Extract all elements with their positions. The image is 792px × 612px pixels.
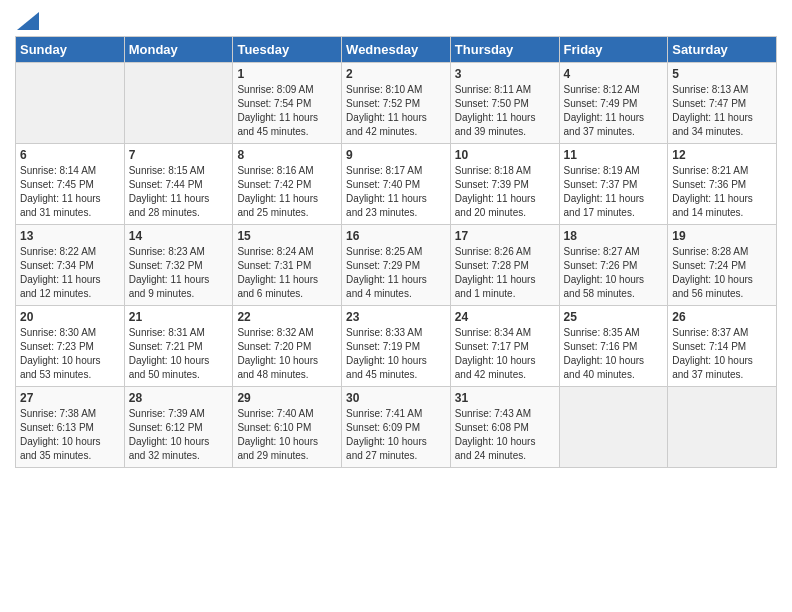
day-detail: Sunrise: 7:43 AMSunset: 6:08 PMDaylight:… bbox=[455, 407, 555, 463]
day-cell: 12Sunrise: 8:21 AMSunset: 7:36 PMDayligh… bbox=[668, 144, 777, 225]
day-number: 17 bbox=[455, 229, 555, 243]
day-detail: Sunrise: 8:12 AMSunset: 7:49 PMDaylight:… bbox=[564, 83, 664, 139]
day-cell: 16Sunrise: 8:25 AMSunset: 7:29 PMDayligh… bbox=[342, 225, 451, 306]
day-number: 25 bbox=[564, 310, 664, 324]
day-cell: 3Sunrise: 8:11 AMSunset: 7:50 PMDaylight… bbox=[450, 63, 559, 144]
day-cell: 6Sunrise: 8:14 AMSunset: 7:45 PMDaylight… bbox=[16, 144, 125, 225]
day-number: 23 bbox=[346, 310, 446, 324]
day-cell: 23Sunrise: 8:33 AMSunset: 7:19 PMDayligh… bbox=[342, 306, 451, 387]
day-cell: 30Sunrise: 7:41 AMSunset: 6:09 PMDayligh… bbox=[342, 387, 451, 468]
day-number: 21 bbox=[129, 310, 229, 324]
day-cell: 19Sunrise: 8:28 AMSunset: 7:24 PMDayligh… bbox=[668, 225, 777, 306]
week-row-2: 6Sunrise: 8:14 AMSunset: 7:45 PMDaylight… bbox=[16, 144, 777, 225]
day-number: 2 bbox=[346, 67, 446, 81]
day-detail: Sunrise: 8:23 AMSunset: 7:32 PMDaylight:… bbox=[129, 245, 229, 301]
day-header-thursday: Thursday bbox=[450, 37, 559, 63]
day-number: 28 bbox=[129, 391, 229, 405]
logo bbox=[15, 14, 39, 30]
day-cell: 9Sunrise: 8:17 AMSunset: 7:40 PMDaylight… bbox=[342, 144, 451, 225]
day-cell: 1Sunrise: 8:09 AMSunset: 7:54 PMDaylight… bbox=[233, 63, 342, 144]
day-number: 9 bbox=[346, 148, 446, 162]
day-number: 13 bbox=[20, 229, 120, 243]
day-cell: 25Sunrise: 8:35 AMSunset: 7:16 PMDayligh… bbox=[559, 306, 668, 387]
day-header-monday: Monday bbox=[124, 37, 233, 63]
day-detail: Sunrise: 7:38 AMSunset: 6:13 PMDaylight:… bbox=[20, 407, 120, 463]
day-detail: Sunrise: 8:22 AMSunset: 7:34 PMDaylight:… bbox=[20, 245, 120, 301]
day-cell: 21Sunrise: 8:31 AMSunset: 7:21 PMDayligh… bbox=[124, 306, 233, 387]
day-detail: Sunrise: 8:13 AMSunset: 7:47 PMDaylight:… bbox=[672, 83, 772, 139]
day-cell: 31Sunrise: 7:43 AMSunset: 6:08 PMDayligh… bbox=[450, 387, 559, 468]
day-cell: 17Sunrise: 8:26 AMSunset: 7:28 PMDayligh… bbox=[450, 225, 559, 306]
day-detail: Sunrise: 8:15 AMSunset: 7:44 PMDaylight:… bbox=[129, 164, 229, 220]
svg-marker-0 bbox=[17, 12, 39, 30]
day-number: 1 bbox=[237, 67, 337, 81]
logo-icon bbox=[17, 12, 39, 30]
day-cell: 10Sunrise: 8:18 AMSunset: 7:39 PMDayligh… bbox=[450, 144, 559, 225]
day-cell: 13Sunrise: 8:22 AMSunset: 7:34 PMDayligh… bbox=[16, 225, 125, 306]
day-detail: Sunrise: 8:32 AMSunset: 7:20 PMDaylight:… bbox=[237, 326, 337, 382]
day-header-sunday: Sunday bbox=[16, 37, 125, 63]
day-detail: Sunrise: 8:11 AMSunset: 7:50 PMDaylight:… bbox=[455, 83, 555, 139]
day-cell bbox=[16, 63, 125, 144]
day-detail: Sunrise: 8:27 AMSunset: 7:26 PMDaylight:… bbox=[564, 245, 664, 301]
day-detail: Sunrise: 8:18 AMSunset: 7:39 PMDaylight:… bbox=[455, 164, 555, 220]
day-number: 30 bbox=[346, 391, 446, 405]
day-number: 8 bbox=[237, 148, 337, 162]
day-cell bbox=[124, 63, 233, 144]
week-row-1: 1Sunrise: 8:09 AMSunset: 7:54 PMDaylight… bbox=[16, 63, 777, 144]
day-cell: 24Sunrise: 8:34 AMSunset: 7:17 PMDayligh… bbox=[450, 306, 559, 387]
day-cell: 26Sunrise: 8:37 AMSunset: 7:14 PMDayligh… bbox=[668, 306, 777, 387]
week-row-5: 27Sunrise: 7:38 AMSunset: 6:13 PMDayligh… bbox=[16, 387, 777, 468]
day-cell: 4Sunrise: 8:12 AMSunset: 7:49 PMDaylight… bbox=[559, 63, 668, 144]
day-detail: Sunrise: 8:26 AMSunset: 7:28 PMDaylight:… bbox=[455, 245, 555, 301]
day-number: 5 bbox=[672, 67, 772, 81]
day-header-tuesday: Tuesday bbox=[233, 37, 342, 63]
day-cell bbox=[668, 387, 777, 468]
day-detail: Sunrise: 8:19 AMSunset: 7:37 PMDaylight:… bbox=[564, 164, 664, 220]
day-number: 27 bbox=[20, 391, 120, 405]
day-cell: 27Sunrise: 7:38 AMSunset: 6:13 PMDayligh… bbox=[16, 387, 125, 468]
day-detail: Sunrise: 8:10 AMSunset: 7:52 PMDaylight:… bbox=[346, 83, 446, 139]
day-number: 22 bbox=[237, 310, 337, 324]
day-number: 4 bbox=[564, 67, 664, 81]
day-cell: 7Sunrise: 8:15 AMSunset: 7:44 PMDaylight… bbox=[124, 144, 233, 225]
day-detail: Sunrise: 8:34 AMSunset: 7:17 PMDaylight:… bbox=[455, 326, 555, 382]
day-number: 16 bbox=[346, 229, 446, 243]
day-detail: Sunrise: 7:40 AMSunset: 6:10 PMDaylight:… bbox=[237, 407, 337, 463]
day-cell: 8Sunrise: 8:16 AMSunset: 7:42 PMDaylight… bbox=[233, 144, 342, 225]
day-cell: 5Sunrise: 8:13 AMSunset: 7:47 PMDaylight… bbox=[668, 63, 777, 144]
day-number: 31 bbox=[455, 391, 555, 405]
day-number: 12 bbox=[672, 148, 772, 162]
day-cell: 11Sunrise: 8:19 AMSunset: 7:37 PMDayligh… bbox=[559, 144, 668, 225]
day-number: 14 bbox=[129, 229, 229, 243]
day-detail: Sunrise: 8:09 AMSunset: 7:54 PMDaylight:… bbox=[237, 83, 337, 139]
day-cell: 22Sunrise: 8:32 AMSunset: 7:20 PMDayligh… bbox=[233, 306, 342, 387]
day-header-wednesday: Wednesday bbox=[342, 37, 451, 63]
day-number: 6 bbox=[20, 148, 120, 162]
day-cell: 14Sunrise: 8:23 AMSunset: 7:32 PMDayligh… bbox=[124, 225, 233, 306]
day-number: 10 bbox=[455, 148, 555, 162]
header bbox=[15, 10, 777, 30]
day-cell: 20Sunrise: 8:30 AMSunset: 7:23 PMDayligh… bbox=[16, 306, 125, 387]
day-detail: Sunrise: 7:39 AMSunset: 6:12 PMDaylight:… bbox=[129, 407, 229, 463]
week-row-3: 13Sunrise: 8:22 AMSunset: 7:34 PMDayligh… bbox=[16, 225, 777, 306]
day-detail: Sunrise: 8:24 AMSunset: 7:31 PMDaylight:… bbox=[237, 245, 337, 301]
day-number: 20 bbox=[20, 310, 120, 324]
day-cell: 18Sunrise: 8:27 AMSunset: 7:26 PMDayligh… bbox=[559, 225, 668, 306]
day-detail: Sunrise: 8:14 AMSunset: 7:45 PMDaylight:… bbox=[20, 164, 120, 220]
day-header-saturday: Saturday bbox=[668, 37, 777, 63]
day-cell: 28Sunrise: 7:39 AMSunset: 6:12 PMDayligh… bbox=[124, 387, 233, 468]
calendar-container: SundayMondayTuesdayWednesdayThursdayFrid… bbox=[0, 0, 792, 478]
day-number: 15 bbox=[237, 229, 337, 243]
day-number: 26 bbox=[672, 310, 772, 324]
day-number: 19 bbox=[672, 229, 772, 243]
day-detail: Sunrise: 8:31 AMSunset: 7:21 PMDaylight:… bbox=[129, 326, 229, 382]
day-detail: Sunrise: 8:28 AMSunset: 7:24 PMDaylight:… bbox=[672, 245, 772, 301]
day-detail: Sunrise: 8:33 AMSunset: 7:19 PMDaylight:… bbox=[346, 326, 446, 382]
day-number: 29 bbox=[237, 391, 337, 405]
day-detail: Sunrise: 8:21 AMSunset: 7:36 PMDaylight:… bbox=[672, 164, 772, 220]
day-number: 7 bbox=[129, 148, 229, 162]
day-detail: Sunrise: 8:25 AMSunset: 7:29 PMDaylight:… bbox=[346, 245, 446, 301]
week-row-4: 20Sunrise: 8:30 AMSunset: 7:23 PMDayligh… bbox=[16, 306, 777, 387]
header-row: SundayMondayTuesdayWednesdayThursdayFrid… bbox=[16, 37, 777, 63]
